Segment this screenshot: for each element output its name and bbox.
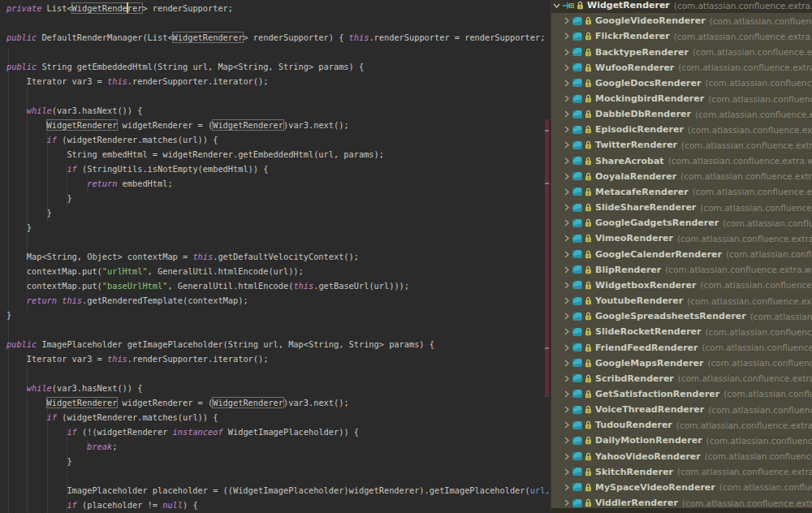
- code-line[interactable]: if (widgetRenderer.matches(url)) {: [6, 132, 551, 147]
- chevron-right-icon[interactable]: [564, 204, 572, 211]
- code-line[interactable]: }: [6, 308, 551, 322]
- hierarchy-item-widgetrenderer[interactable]: WidgetRenderer(com.atlassian.confluence.…: [551, 0, 812, 13]
- hierarchy-item-wufoorenderer[interactable]: WufooRenderer(com.atlassian.confluence.e…: [551, 60, 812, 75]
- code-line[interactable]: String embedHtml = widgetRenderer.getEmb…: [6, 147, 551, 162]
- chevron-right-icon[interactable]: [564, 157, 572, 165]
- hierarchy-item-bliprenderer[interactable]: BlipRenderer(com.atlassian.confluence.ex…: [551, 262, 812, 278]
- hierarchy-item-youtuberenderer[interactable]: YoutubeRenderer(com.atlassian.confluence…: [551, 293, 812, 308]
- chevron-right-icon[interactable]: [564, 453, 572, 460]
- code-line[interactable]: }: [6, 454, 551, 468]
- code-line[interactable]: return embedHtml;: [6, 176, 551, 191]
- hierarchy-item-googlemapsrenderer[interactable]: GoogleMapsRenderer(com.atlassian.conflue…: [551, 356, 812, 371]
- chevron-right-icon[interactable]: [564, 251, 572, 258]
- chevron-right-icon[interactable]: [564, 173, 572, 180]
- chevron-right-icon[interactable]: [564, 360, 572, 367]
- hierarchy-item-vimeorenderer[interactable]: VimeoRenderer(com.atlassian.confluence.e…: [551, 231, 812, 246]
- chevron-right-icon[interactable]: [564, 437, 572, 444]
- hierarchy-item-mockingbirdrenderer[interactable]: MockingbirdRenderer(com.atlassian.conflu…: [551, 91, 812, 106]
- chevron-right-icon[interactable]: [564, 17, 572, 24]
- chevron-right-icon[interactable]: [564, 468, 572, 476]
- scrollbar-error-stripe[interactable]: [545, 119, 549, 397]
- chevron-right-icon[interactable]: [564, 328, 572, 335]
- code-line[interactable]: }: [6, 205, 551, 220]
- code-line[interactable]: }: [6, 191, 551, 205]
- chevron-right-icon[interactable]: [564, 282, 572, 289]
- code-line[interactable]: public DefaultRenderManager(List<WidgetR…: [6, 30, 551, 45]
- hierarchy-item-googlespreadsheetsrenderer[interactable]: GoogleSpreadsheetsRenderer(com.atlassian…: [551, 308, 812, 324]
- chevron-right-icon[interactable]: [564, 95, 572, 102]
- hierarchy-item-googlecalenderrenderer[interactable]: GoogleCalenderRenderer(com.atlassian.con…: [551, 247, 812, 262]
- chevron-right-icon[interactable]: [564, 297, 572, 304]
- chevron-right-icon[interactable]: [564, 406, 572, 413]
- code-line[interactable]: if (widgetRenderer.matches(url)) {: [6, 410, 551, 425]
- chevron-right-icon[interactable]: [564, 49, 572, 56]
- code-line[interactable]: Iterator var3 = this.renderSupporter.ite…: [6, 74, 551, 88]
- chevron-right-icon[interactable]: [564, 499, 572, 507]
- hierarchy-item-tudourenderer[interactable]: TudouRenderer(com.atlassian.confluence.e…: [551, 417, 812, 433]
- hierarchy-item-ooyalarenderer[interactable]: OoyalaRenderer(com.atlassian.confluence.…: [551, 169, 812, 184]
- chevron-right-icon[interactable]: [564, 390, 572, 398]
- code-line[interactable]: break;: [6, 439, 551, 454]
- code-line[interactable]: return this.getRenderedTemplate(contextM…: [6, 293, 551, 308]
- hierarchy-item-twitterrenderer[interactable]: TwitterRenderer(com.atlassian.confluence…: [551, 137, 812, 153]
- code-line[interactable]: if (!(widgetRenderer instanceof WidgetIm…: [6, 425, 551, 439]
- chevron-right-icon[interactable]: [564, 375, 572, 382]
- hierarchy-item-friendfeedrenderer[interactable]: FriendFeedRenderer(com.atlassian.conflue…: [551, 339, 812, 355]
- hierarchy-item-myspacevideorenderer[interactable]: MySpaceVideoRenderer(com.atlassian.confl…: [551, 480, 812, 495]
- chevron-right-icon[interactable]: [564, 126, 572, 133]
- code-line[interactable]: if (StringUtils.isNotEmpty(embedHtml)) {: [6, 162, 551, 176]
- hierarchy-item-scribdrenderer[interactable]: ScribdRenderer(com.atlassian.confluence.…: [551, 371, 812, 386]
- chevron-right-icon[interactable]: [564, 32, 572, 40]
- code-line[interactable]: public ImagePlaceholder getImagePlacehol…: [6, 337, 551, 351]
- chevron-right-icon[interactable]: [564, 235, 572, 242]
- code-line[interactable]: Iterator var3 = this.renderSupporter.ite…: [6, 351, 551, 366]
- code-line[interactable]: [6, 366, 551, 381]
- code-line[interactable]: [6, 45, 551, 59]
- code-line[interactable]: [6, 468, 551, 483]
- code-line[interactable]: [6, 322, 551, 337]
- chevron-right-icon[interactable]: [564, 421, 572, 429]
- code-editor[interactable]: private List<WidgetRenderer> renderSuppo…: [0, 0, 551, 513]
- hierarchy-item-googlevideorenderer[interactable]: GoogleVideoRenderer(com.atlassian.conflu…: [551, 13, 812, 28]
- code-line[interactable]: ImagePlaceholder placeholder = ((WidgetI…: [6, 483, 551, 498]
- code-line[interactable]: Map<String, Object> contextMap = this.ge…: [6, 249, 551, 264]
- code-line[interactable]: contextMap.put("baseUrlHtml", GeneralUti…: [6, 278, 551, 293]
- code-line[interactable]: public String getEmbeddedHtml(String url…: [6, 59, 551, 74]
- code-line[interactable]: [6, 235, 551, 249]
- chevron-right-icon[interactable]: [564, 344, 572, 351]
- code-line[interactable]: [6, 15, 551, 30]
- chevron-down-icon[interactable]: [553, 2, 562, 9]
- chevron-right-icon[interactable]: [564, 219, 572, 226]
- chevron-right-icon[interactable]: [564, 266, 572, 274]
- code-line[interactable]: }: [6, 220, 551, 235]
- hierarchy-item-getsatisfactionrenderer[interactable]: GetSatisfactionRenderer(com.atlassian.co…: [551, 386, 812, 402]
- hierarchy-item-episodicrenderer[interactable]: EpisodicRenderer(com.atlassian.confluenc…: [551, 122, 812, 137]
- hierarchy-item-voicethreadrenderer[interactable]: VoiceThreadRenderer(com.atlassian.conflu…: [551, 402, 812, 417]
- hierarchy-item-flickrrenderer[interactable]: FlickrRenderer(com.atlassian.confluence.…: [551, 28, 812, 44]
- hierarchy-item-metacaferenderer[interactable]: MetacafeRenderer(com.atlassian.confluenc…: [551, 184, 812, 200]
- panel-scrollbar-track[interactable]: [551, 508, 812, 513]
- hierarchy-item-shareacrobat[interactable]: ShareAcrobat(com.atlassian.confluence.ex…: [551, 153, 812, 169]
- hierarchy-item-backtyperenderer[interactable]: BacktypeRenderer(com.atlassian.confluenc…: [551, 44, 812, 59]
- hierarchy-item-skitchrenderer[interactable]: SkitchRenderer(com.atlassian.confluence.…: [551, 464, 812, 480]
- code-line[interactable]: if (placeholder != null) {: [6, 498, 551, 512]
- code-line[interactable]: contextMap.put("urlHtml", GeneralUtil.ht…: [6, 264, 551, 278]
- hierarchy-item-widgetboxrenderer[interactable]: WidgetboxRenderer(com.atlassian.confluen…: [551, 278, 812, 293]
- code-line[interactable]: private List<WidgetRenderer> renderSuppo…: [6, 1, 551, 15]
- hierarchy-item-sliderocketrenderer[interactable]: SlideRocketRenderer(com.atlassian.conflu…: [551, 324, 812, 339]
- hierarchy-item-googlegadgetsrenderer[interactable]: GoogleGadgetsRenderer(com.atlassian.conf…: [551, 215, 812, 231]
- chevron-right-icon[interactable]: [564, 80, 572, 87]
- chevron-right-icon[interactable]: [564, 141, 572, 149]
- hierarchy-item-googledocsrenderer[interactable]: GoogleDocsRenderer(com.atlassian.conflue…: [551, 75, 812, 91]
- chevron-right-icon[interactable]: [564, 110, 572, 118]
- chevron-right-icon[interactable]: [564, 188, 572, 196]
- code-line[interactable]: while(var3.hasNext()) {: [6, 381, 551, 395]
- chevron-right-icon[interactable]: [564, 313, 572, 320]
- code-line[interactable]: WidgetRenderer widgetRenderer = (WidgetR…: [6, 395, 551, 410]
- hierarchy-item-yahoovideorenderer[interactable]: YahooVideoRenderer(com.atlassian.conflue…: [551, 449, 812, 464]
- hierarchy-item-dabbledbrenderer[interactable]: DabbleDbRenderer(com.atlassian.confluenc…: [551, 106, 812, 122]
- code-line[interactable]: WidgetRenderer widgetRenderer = (WidgetR…: [6, 118, 551, 132]
- hierarchy-item-dailymotionrenderer[interactable]: DailyMotionRenderer(com.atlassian.conflu…: [551, 433, 812, 448]
- code-line[interactable]: while(var3.hasNext()) {: [6, 103, 551, 118]
- hierarchy-item-slidesharerenderer[interactable]: SlideShareRenderer(com.atlassian.conflue…: [551, 200, 812, 215]
